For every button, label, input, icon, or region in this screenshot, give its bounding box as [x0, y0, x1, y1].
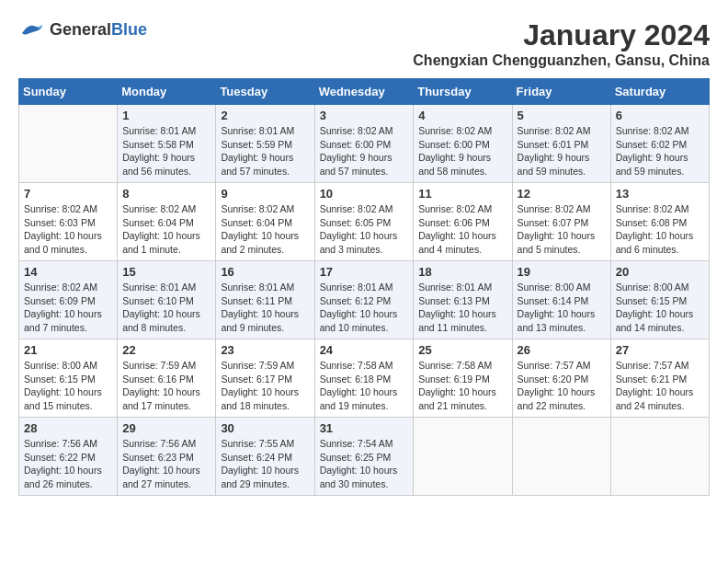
- calendar-cell: 18Sunrise: 8:01 AMSunset: 6:13 PMDayligh…: [414, 261, 512, 339]
- calendar-header-row: SundayMondayTuesdayWednesdayThursdayFrid…: [19, 79, 710, 105]
- calendar-week-row: 1Sunrise: 8:01 AMSunset: 5:58 PMDaylight…: [19, 105, 710, 183]
- day-info: Sunrise: 8:01 AMSunset: 6:12 PMDaylight:…: [320, 281, 409, 335]
- calendar-cell: 16Sunrise: 8:01 AMSunset: 6:11 PMDayligh…: [216, 261, 314, 339]
- day-number: 13: [616, 187, 704, 201]
- day-info: Sunrise: 7:59 AMSunset: 6:16 PMDaylight:…: [122, 359, 210, 413]
- logo-text: GeneralBlue: [50, 21, 147, 40]
- day-info: Sunrise: 7:57 AMSunset: 6:21 PMDaylight:…: [616, 359, 704, 413]
- day-number: 26: [518, 343, 606, 357]
- calendar-cell: 19Sunrise: 8:00 AMSunset: 6:14 PMDayligh…: [512, 261, 610, 339]
- calendar-cell: 21Sunrise: 8:00 AMSunset: 6:15 PMDayligh…: [19, 339, 118, 418]
- day-info: Sunrise: 7:56 AMSunset: 6:22 PMDaylight:…: [24, 437, 112, 491]
- day-number: 16: [221, 265, 309, 279]
- calendar-week-row: 7Sunrise: 8:02 AMSunset: 6:03 PMDaylight…: [19, 183, 710, 261]
- day-number: 24: [320, 343, 409, 357]
- day-number: 17: [320, 265, 409, 279]
- day-info: Sunrise: 8:00 AMSunset: 6:15 PMDaylight:…: [616, 281, 704, 335]
- calendar-cell: 13Sunrise: 8:02 AMSunset: 6:08 PMDayligh…: [610, 183, 709, 261]
- day-info: Sunrise: 8:01 AMSunset: 6:10 PMDaylight:…: [122, 281, 210, 335]
- day-number: 29: [122, 421, 210, 435]
- calendar-cell: 11Sunrise: 8:02 AMSunset: 6:06 PMDayligh…: [414, 183, 512, 261]
- calendar-cell: 17Sunrise: 8:01 AMSunset: 6:12 PMDayligh…: [314, 261, 414, 339]
- calendar-cell: 12Sunrise: 8:02 AMSunset: 6:07 PMDayligh…: [512, 183, 610, 261]
- day-number: 8: [122, 187, 210, 201]
- day-number: 15: [122, 265, 210, 279]
- day-number: 30: [221, 421, 309, 435]
- calendar-cell: [512, 418, 610, 496]
- day-number: 6: [616, 109, 704, 122]
- calendar-week-row: 21Sunrise: 8:00 AMSunset: 6:15 PMDayligh…: [19, 339, 710, 418]
- day-info: Sunrise: 8:02 AMSunset: 6:08 PMDaylight:…: [616, 202, 704, 257]
- day-info: Sunrise: 8:02 AMSunset: 6:04 PMDaylight:…: [221, 202, 309, 257]
- calendar-cell: 25Sunrise: 7:58 AMSunset: 6:19 PMDayligh…: [414, 339, 512, 418]
- calendar-cell: 8Sunrise: 8:02 AMSunset: 6:04 PMDaylight…: [118, 183, 216, 261]
- day-number: 19: [518, 265, 606, 279]
- calendar-cell: 14Sunrise: 8:02 AMSunset: 6:09 PMDayligh…: [19, 261, 118, 339]
- day-number: 25: [418, 343, 506, 357]
- calendar-cell: 1Sunrise: 8:01 AMSunset: 5:58 PMDaylight…: [118, 105, 216, 183]
- day-number: 1: [122, 109, 210, 122]
- day-info: Sunrise: 8:02 AMSunset: 6:04 PMDaylight:…: [122, 202, 210, 257]
- calendar-cell: 6Sunrise: 8:02 AMSunset: 6:02 PMDaylight…: [610, 105, 709, 183]
- calendar-cell: 26Sunrise: 7:57 AMSunset: 6:20 PMDayligh…: [512, 339, 610, 418]
- day-number: 18: [418, 265, 506, 279]
- weekday-header-sunday: Sunday: [19, 79, 118, 105]
- weekday-header-saturday: Saturday: [610, 79, 709, 105]
- calendar-cell: 15Sunrise: 8:01 AMSunset: 6:10 PMDayligh…: [118, 261, 216, 339]
- logo-general: General: [50, 20, 111, 39]
- day-info: Sunrise: 7:58 AMSunset: 6:18 PMDaylight:…: [320, 359, 409, 413]
- day-number: 21: [24, 343, 112, 357]
- day-number: 12: [518, 187, 606, 201]
- calendar-cell: 5Sunrise: 8:02 AMSunset: 6:01 PMDaylight…: [512, 105, 610, 183]
- day-info: Sunrise: 8:00 AMSunset: 6:14 PMDaylight:…: [518, 281, 606, 335]
- calendar-cell: 4Sunrise: 8:02 AMSunset: 6:00 PMDaylight…: [414, 105, 512, 183]
- day-info: Sunrise: 8:02 AMSunset: 6:06 PMDaylight:…: [418, 202, 506, 257]
- calendar-week-row: 28Sunrise: 7:56 AMSunset: 6:22 PMDayligh…: [19, 418, 710, 496]
- calendar-week-row: 14Sunrise: 8:02 AMSunset: 6:09 PMDayligh…: [19, 261, 710, 339]
- day-info: Sunrise: 8:02 AMSunset: 6:02 PMDaylight:…: [616, 124, 704, 178]
- calendar-cell: 10Sunrise: 8:02 AMSunset: 6:05 PMDayligh…: [314, 183, 414, 261]
- calendar-cell: 20Sunrise: 8:00 AMSunset: 6:15 PMDayligh…: [610, 261, 709, 339]
- day-number: 10: [320, 187, 409, 201]
- month-title: January 2024: [413, 18, 710, 52]
- calendar-cell: [610, 418, 709, 496]
- calendar-table: SundayMondayTuesdayWednesdayThursdayFrid…: [18, 78, 710, 496]
- weekday-header-tuesday: Tuesday: [216, 79, 314, 105]
- day-number: 11: [418, 187, 506, 201]
- day-info: Sunrise: 8:02 AMSunset: 6:03 PMDaylight:…: [24, 202, 112, 257]
- day-number: 22: [122, 343, 210, 357]
- day-info: Sunrise: 7:56 AMSunset: 6:23 PMDaylight:…: [122, 437, 210, 491]
- day-info: Sunrise: 8:02 AMSunset: 6:07 PMDaylight:…: [518, 202, 606, 257]
- calendar-cell: [19, 105, 118, 183]
- day-number: 9: [221, 187, 309, 201]
- day-number: 3: [320, 109, 409, 122]
- day-info: Sunrise: 8:01 AMSunset: 5:59 PMDaylight:…: [221, 124, 309, 178]
- day-info: Sunrise: 8:02 AMSunset: 6:00 PMDaylight:…: [418, 124, 506, 178]
- day-info: Sunrise: 7:57 AMSunset: 6:20 PMDaylight:…: [518, 359, 606, 413]
- day-info: Sunrise: 7:54 AMSunset: 6:25 PMDaylight:…: [320, 437, 409, 491]
- calendar-cell: 3Sunrise: 8:02 AMSunset: 6:00 PMDaylight…: [314, 105, 414, 183]
- calendar-cell: 24Sunrise: 7:58 AMSunset: 6:18 PMDayligh…: [314, 339, 414, 418]
- location-title: Chengxian Chengguanzhen, Gansu, China: [413, 52, 710, 69]
- calendar-cell: 22Sunrise: 7:59 AMSunset: 6:16 PMDayligh…: [118, 339, 216, 418]
- calendar-cell: 7Sunrise: 8:02 AMSunset: 6:03 PMDaylight…: [19, 183, 118, 261]
- logo-blue: Blue: [111, 20, 147, 39]
- day-number: 4: [418, 109, 506, 122]
- day-info: Sunrise: 8:01 AMSunset: 6:11 PMDaylight:…: [221, 281, 309, 335]
- day-number: 27: [616, 343, 704, 357]
- day-number: 2: [221, 109, 309, 122]
- day-info: Sunrise: 7:58 AMSunset: 6:19 PMDaylight:…: [418, 359, 506, 413]
- title-area: January 2024 Chengxian Chengguanzhen, Ga…: [413, 18, 710, 69]
- day-info: Sunrise: 8:02 AMSunset: 6:05 PMDaylight:…: [320, 202, 409, 257]
- calendar-cell: [414, 418, 512, 496]
- calendar-cell: 9Sunrise: 8:02 AMSunset: 6:04 PMDaylight…: [216, 183, 314, 261]
- day-info: Sunrise: 8:01 AMSunset: 5:58 PMDaylight:…: [122, 124, 210, 178]
- calendar-cell: 28Sunrise: 7:56 AMSunset: 6:22 PMDayligh…: [19, 418, 118, 496]
- calendar-cell: 30Sunrise: 7:55 AMSunset: 6:24 PMDayligh…: [216, 418, 314, 496]
- day-number: 20: [616, 265, 704, 279]
- logo-bird-icon: [18, 18, 46, 41]
- weekday-header-thursday: Thursday: [414, 79, 512, 105]
- day-number: 14: [24, 265, 112, 279]
- day-number: 7: [24, 187, 112, 201]
- calendar-cell: 27Sunrise: 7:57 AMSunset: 6:21 PMDayligh…: [610, 339, 709, 418]
